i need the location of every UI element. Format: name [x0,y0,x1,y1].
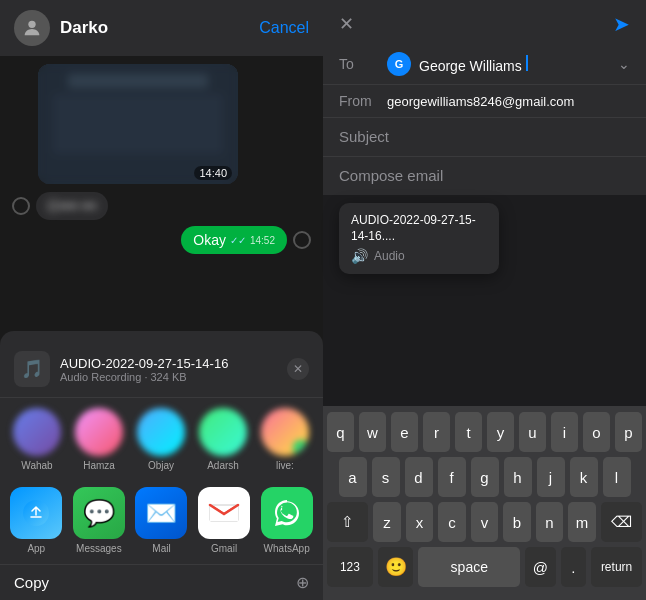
key-i[interactable]: i [551,412,578,452]
contact-name-live: live: [256,460,314,471]
message-bubble-right: Okay ✓✓ 14:52 [181,226,287,254]
key-u[interactable]: u [519,412,546,452]
numbers-key[interactable]: 123 [327,547,373,587]
key-q[interactable]: q [327,412,354,452]
app-label-mail: Mail [152,543,170,554]
contact-avatar-live [261,408,309,456]
subject-placeholder: Subject [339,128,389,145]
keyboard-row-3: ⇧ z x c v b n m ⌫ [327,502,642,542]
attachment-info: AUDIO-2022-09-27-15-14-16 Audio Recordin… [60,356,277,383]
contact-avatar-hamza [75,408,123,456]
key-p[interactable]: p [615,412,642,452]
contact-item[interactable]: Objay [132,408,190,471]
key-x[interactable]: x [406,502,434,542]
key-g[interactable]: g [471,457,499,497]
contact-name-objay: Objay [132,460,190,471]
return-key[interactable]: return [591,547,642,587]
key-s[interactable]: s [372,457,400,497]
contact-name-hamza: Hamza [70,460,128,471]
from-email-address: georgewilliams8246@gmail.com [387,94,574,109]
to-recipient-badge: G [387,52,411,76]
backspace-key[interactable]: ⌫ [601,502,642,542]
space-key[interactable]: space [418,547,520,587]
key-z[interactable]: z [373,502,401,542]
email-from-row: From georgewilliams8246@gmail.com [323,85,646,118]
key-k[interactable]: k [570,457,598,497]
attachment-row: 🎵 AUDIO-2022-09-27-15-14-16 Audio Record… [0,341,323,398]
app-label-whatsapp: WhatsApp [264,543,310,554]
app-item-whatsapp[interactable]: WhatsApp [258,487,315,554]
key-o[interactable]: o [583,412,610,452]
message-bubble-left: C•••• ••• [36,192,108,220]
key-d[interactable]: d [405,457,433,497]
message-timestamp-1: 14:40 [194,166,232,180]
chevron-down-icon[interactable]: ⌄ [618,56,630,72]
attachment-type-label: Audio [374,249,405,263]
key-m[interactable]: m [568,502,596,542]
gmail-app-icon [198,487,250,539]
message-row-left: C•••• ••• [8,192,315,220]
key-w[interactable]: w [359,412,386,452]
email-close-button[interactable]: ✕ [339,13,354,35]
copy-button[interactable]: Copy [14,574,49,591]
emoji-key[interactable]: 🙂 [378,547,414,587]
from-label: From [339,93,379,109]
contact-name-adarsh: Adarsh [194,460,252,471]
message-row-right: Okay ✓✓ 14:52 [8,226,315,254]
message-text-okay: Okay [193,232,226,248]
key-e[interactable]: e [391,412,418,452]
text-cursor [526,55,528,71]
chat-body: 14:40 C•••• ••• Okay ✓✓ 14:52 [0,56,323,331]
close-attachment-button[interactable]: ✕ [287,358,309,380]
app-label-gmail: Gmail [211,543,237,554]
key-v[interactable]: v [471,502,499,542]
messages-icon-glyph: 💬 [83,498,115,529]
app-item-mail[interactable]: ✉️ Mail [133,487,190,554]
attachment-type-row: 🔊 Audio [351,248,487,264]
app-item-messages[interactable]: 💬 Messages [71,487,128,554]
attachment-name: AUDIO-2022-09-27-15-14-16 [60,356,277,371]
contact-item[interactable]: Hamza [70,408,128,471]
app-item-airdrop[interactable]: App [8,487,65,554]
compose-placeholder: Compose email [339,167,443,184]
email-topbar: ✕ ➤ [323,0,646,44]
key-c[interactable]: c [438,502,466,542]
airdrop-icon [10,487,62,539]
key-b[interactable]: b [503,502,531,542]
cancel-button[interactable]: Cancel [259,19,309,37]
message-timestamp-2: 14:52 [250,235,275,246]
email-send-button[interactable]: ➤ [613,12,630,36]
contact-name-wahab: Wahab [8,460,66,471]
apps-row: App 💬 Messages ✉️ Mail [0,481,323,564]
period-key[interactable]: . [561,547,586,587]
contact-item[interactable]: live: [256,408,314,471]
to-recipient-name: George Williams [419,55,610,74]
email-subject-row[interactable]: Subject [323,118,646,157]
key-r[interactable]: r [423,412,450,452]
left-panel: Darko Cancel 14:40 C•••• ••• Okay ✓✓ 14:… [0,0,323,600]
attachment-meta: Audio Recording · 324 KB [60,371,277,383]
key-y[interactable]: y [487,412,514,452]
key-a[interactable]: a [339,457,367,497]
shift-key[interactable]: ⇧ [327,502,368,542]
message-select-radio[interactable] [12,197,30,215]
app-item-gmail[interactable]: Gmail [196,487,253,554]
svg-point-0 [28,21,35,28]
contact-item[interactable]: Wahab [8,408,66,471]
key-n[interactable]: n [536,502,564,542]
key-t[interactable]: t [455,412,482,452]
key-j[interactable]: j [537,457,565,497]
message-select-radio-right[interactable] [293,231,311,249]
contact-avatar-adarsh [199,408,247,456]
screenshot-bubble: 14:40 [38,64,238,184]
contact-item[interactable]: Adarsh [194,408,252,471]
key-l[interactable]: l [603,457,631,497]
key-f[interactable]: f [438,457,466,497]
contact-avatar-objay [137,408,185,456]
at-key[interactable]: @ [525,547,556,587]
key-h[interactable]: h [504,457,532,497]
right-panel: ✕ ➤ To G George Williams ⌄ From georgewi… [323,0,646,600]
keyboard-row-4: 123 🙂 space @ . return [327,547,642,587]
audio-type-icon: 🔊 [351,248,368,264]
email-compose-row[interactable]: Compose email [323,157,646,195]
